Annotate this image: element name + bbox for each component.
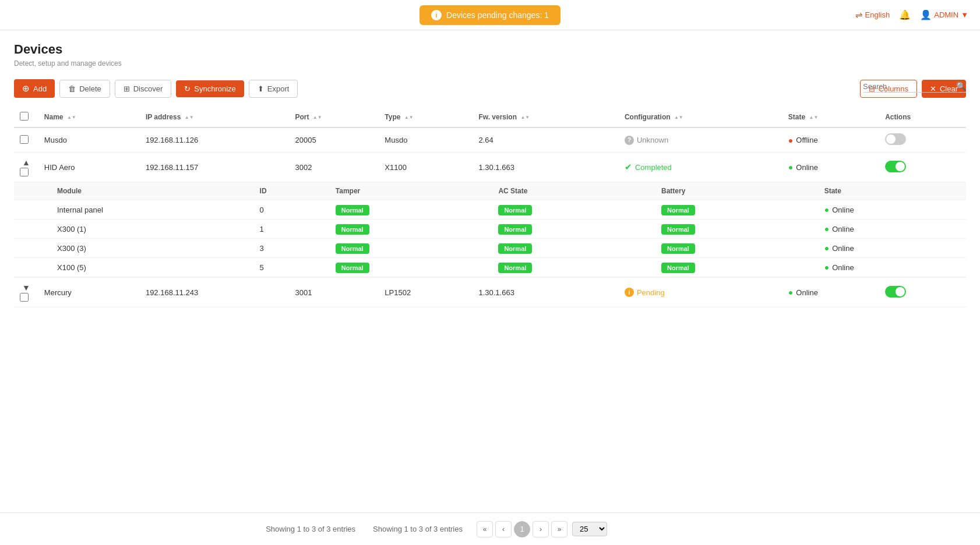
discover-button[interactable]: ⊞ Discover [115,80,172,98]
cell-actions [879,128,966,153]
sort-state-icon: ▲▼ [809,115,819,120]
admin-label: ADMIN [934,10,958,19]
unknown-icon: ? [625,136,634,145]
page-prev-button[interactable]: ‹ [495,521,512,537]
module-row: X100 (5) 5 Normal Normal Normal ●Online [14,258,966,277]
synchronize-button[interactable]: ↻ Synchronize [176,80,244,97]
cell-type: X1100 [379,153,473,182]
notification-text: Devices pending changes: 1 [446,10,549,20]
mod-name: X300 (3) [49,239,252,258]
row-checkbox[interactable] [20,135,29,144]
topbar-right: ⇌ English 🔔 👤 ADMIN ▼ [855,9,968,20]
language-selector[interactable]: ⇌ English [855,10,890,20]
export-button[interactable]: ⬆ Export [249,80,298,98]
completed-icon: ✔ [625,162,632,172]
mod-name: X100 (5) [49,258,252,277]
mod-tamper: Normal [327,220,491,239]
add-button[interactable]: ⊕ Add [14,79,55,98]
mod-id: 0 [252,200,327,220]
cell-name: Mercury [38,278,140,307]
cell-fw: 2.64 [473,128,619,153]
cell-type: Musdo [379,128,473,153]
pending-icon: i [625,288,634,297]
col-config[interactable]: Configuration ▲▼ [619,107,782,128]
mod-battery: Normal [653,200,816,220]
expand-button[interactable]: ▼ [20,283,33,292]
main-content: 🔍 Devices Detect, setup and manage devic… [0,30,980,545]
cell-config: ✔ Completed [619,153,782,182]
pagination-controls: « ‹ 1 › » [477,521,567,537]
cell-name: HID Aero [38,153,140,182]
modules-header-row: Module ID Tamper AC State Battery State [14,182,966,200]
cell-ip: 192.168.11.126 [140,128,290,153]
search-input[interactable] [863,82,956,91]
col-name[interactable]: Name ▲▼ [38,107,140,128]
language-label: English [865,10,890,19]
toggle-thumb [896,162,905,171]
cell-state: ● Online [782,278,879,307]
mod-name: Internal panel [49,200,252,220]
search-button[interactable]: 🔍 [956,82,966,91]
mod-col-state: State [816,182,966,200]
page-title: Devices [14,42,966,57]
pagination-info-text: Showing 1 to 3 of 3 entries [373,525,463,533]
pagination-bar: Showing 1 to 3 of 3 entries Showing 1 to… [0,512,980,545]
pagination-info: Showing 1 to 3 of 3 entries [266,525,355,533]
page-subtitle: Detect, setup and manage devices [14,59,966,68]
config-unknown: ? Unknown [625,136,668,145]
plus-icon: ⊕ [22,83,30,94]
delete-button[interactable]: 🗑 Delete [59,80,110,98]
table-header-row: Name ▲▼ IP address ▲▼ Port ▲▼ Type ▲▼ Fw… [14,107,966,128]
col-state[interactable]: State ▲▼ [782,107,879,128]
col-actions: Actions [879,107,966,128]
chevron-down-icon: ▼ [961,10,968,19]
sync-icon: ↻ [184,84,191,93]
info-icon: i [431,10,442,20]
page-1-button[interactable]: 1 [514,521,530,537]
row-checkbox[interactable] [20,168,29,176]
cell-name: Musdo [38,128,140,153]
page-next-button[interactable]: › [533,521,549,537]
mod-battery: Normal [653,239,816,258]
page-first-button[interactable]: « [477,521,493,537]
notification-bell[interactable]: 🔔 [899,9,911,20]
select-all-checkbox[interactable] [20,112,29,121]
device-toggle[interactable] [885,133,906,145]
export-icon: ⬆ [258,84,264,93]
state-offline: ● Offline [788,136,818,145]
admin-icon: 👤 [920,9,932,20]
sort-type-icon: ▲▼ [404,115,414,120]
translate-icon: ⇌ [855,10,863,20]
device-toggle[interactable] [885,286,906,298]
mod-col-tamper: Tamper [327,182,491,200]
sort-config-icon: ▲▼ [674,115,683,120]
toggle-thumb [896,287,905,296]
topbar: i Devices pending changes: 1 ⇌ English 🔔… [0,0,980,30]
mod-state: ●Online [816,220,966,239]
device-toggle[interactable] [885,161,906,172]
admin-menu[interactable]: 👤 ADMIN ▼ [920,9,968,20]
module-row: Internal panel 0 Normal Normal Normal ●O… [14,200,966,220]
devices-table: Name ▲▼ IP address ▲▼ Port ▲▼ Type ▲▼ Fw… [14,107,966,307]
col-type[interactable]: Type ▲▼ [379,107,473,128]
page-size-select[interactable]: 10 25 50 100 [572,522,607,536]
mod-id: 5 [252,258,327,277]
col-port[interactable]: Port ▲▼ [289,107,379,128]
expanded-row: Module ID Tamper AC State Battery State [14,182,966,278]
toolbar: ⊕ Add 🗑 Delete ⊞ Discover ↻ Synchronize … [14,79,966,98]
mod-acstate: Normal [490,258,653,277]
mod-acstate: Normal [490,239,653,258]
expand-button[interactable]: ▲ [20,158,33,167]
mod-col-spacer [14,182,49,200]
module-row: X300 (3) 3 Normal Normal Normal ●Online [14,239,966,258]
table-row: ▼ Mercury 192.168.11.243 3001 LP1502 1.3… [14,278,966,307]
table-row: ▲ HID Aero 192.168.11.157 3002 X1100 1.3… [14,153,966,182]
page-last-button[interactable]: » [551,521,567,537]
col-ip[interactable]: IP address ▲▼ [140,107,290,128]
col-fw[interactable]: Fw. version ▲▼ [473,107,619,128]
mod-state: ●Online [816,258,966,277]
row-checkbox[interactable] [20,293,29,302]
mod-col-id: ID [252,182,327,200]
cell-config: i Pending [619,278,782,307]
cell-state: ● Online [782,153,879,182]
